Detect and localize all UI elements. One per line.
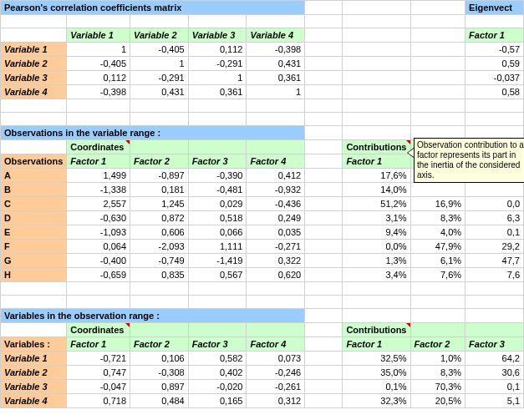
- cell[interactable]: 0,064: [67, 240, 130, 254]
- cell[interactable]: 0,112: [67, 71, 130, 85]
- cell[interactable]: 6,3: [465, 211, 524, 225]
- cell[interactable]: 0,897: [130, 380, 189, 394]
- cell[interactable]: -0,400: [67, 254, 130, 268]
- cell[interactable]: 8,3%: [410, 366, 465, 380]
- cell[interactable]: 1: [130, 57, 189, 71]
- cell[interactable]: 20,5%: [410, 394, 465, 408]
- cell[interactable]: -0,291: [188, 57, 247, 71]
- cell[interactable]: -0,271: [247, 240, 305, 254]
- cell[interactable]: -0,749: [130, 254, 189, 268]
- cell[interactable]: 0,582: [188, 352, 247, 366]
- cell[interactable]: -0,398: [247, 43, 305, 57]
- cell[interactable]: 3,1%: [343, 211, 410, 225]
- cell[interactable]: 7,6%: [410, 268, 465, 282]
- cell[interactable]: [465, 183, 524, 197]
- cell[interactable]: 1,111: [188, 240, 247, 254]
- cell[interactable]: 0,872: [130, 211, 189, 225]
- cell[interactable]: 1: [247, 85, 305, 99]
- cell[interactable]: 47,9%: [410, 240, 465, 254]
- cell[interactable]: 5,1: [465, 394, 524, 408]
- cell[interactable]: 8,3%: [410, 211, 465, 225]
- cell[interactable]: 1: [67, 43, 130, 57]
- cell[interactable]: 0,59: [465, 57, 524, 71]
- cell[interactable]: 0,58: [465, 85, 524, 99]
- cell[interactable]: 0,112: [188, 43, 247, 57]
- cell[interactable]: -1,093: [67, 225, 130, 240]
- cell[interactable]: 0,249: [247, 211, 305, 225]
- cell[interactable]: -0,308: [130, 366, 189, 380]
- cell[interactable]: -0,721: [67, 352, 130, 366]
- cell[interactable]: 29,2: [465, 240, 524, 254]
- cell[interactable]: 70,3%: [410, 380, 465, 394]
- cell[interactable]: 0,412: [247, 169, 305, 183]
- cell[interactable]: 64,2: [465, 352, 524, 366]
- cell[interactable]: 0,431: [130, 85, 189, 99]
- cell[interactable]: -0,405: [130, 43, 189, 57]
- cell[interactable]: 0,106: [130, 352, 189, 366]
- cell[interactable]: 7,6: [465, 268, 524, 282]
- cell[interactable]: 16,9%: [410, 197, 465, 211]
- cell[interactable]: 35,0%: [343, 366, 410, 380]
- cell[interactable]: -0,481: [188, 183, 247, 197]
- cell[interactable]: 0,718: [67, 394, 130, 408]
- cell[interactable]: 1,245: [130, 197, 189, 211]
- cell[interactable]: -0,246: [247, 366, 305, 380]
- cell[interactable]: -0,659: [67, 268, 130, 282]
- cell[interactable]: -1,419: [188, 254, 247, 268]
- cell[interactable]: -0,261: [247, 380, 305, 394]
- cell[interactable]: -0,932: [247, 183, 305, 197]
- cell[interactable]: 0,312: [247, 394, 305, 408]
- cell[interactable]: 3,4%: [343, 268, 410, 282]
- cell[interactable]: 0,066: [188, 225, 247, 240]
- cell[interactable]: -1,338: [67, 183, 130, 197]
- cell[interactable]: -0,390: [188, 169, 247, 183]
- cell[interactable]: -0,291: [130, 71, 189, 85]
- cell[interactable]: 51,2%: [343, 197, 410, 211]
- cell[interactable]: -0,405: [67, 57, 130, 71]
- cell[interactable]: 32,3%: [343, 394, 410, 408]
- cell[interactable]: 0,620: [247, 268, 305, 282]
- cell[interactable]: 0,518: [188, 211, 247, 225]
- cell[interactable]: 0,567: [188, 268, 247, 282]
- cell[interactable]: -0,57: [465, 43, 524, 57]
- cell[interactable]: -2,093: [130, 240, 189, 254]
- cell[interactable]: 2,557: [67, 197, 130, 211]
- cell[interactable]: 1: [188, 71, 247, 85]
- cell[interactable]: 0,073: [247, 352, 305, 366]
- cell[interactable]: 0,402: [188, 366, 247, 380]
- cell[interactable]: 30,6: [465, 366, 524, 380]
- cell[interactable]: 0,0: [465, 197, 524, 211]
- cell[interactable]: 0,1%: [343, 380, 410, 394]
- cell[interactable]: 0,1: [465, 225, 524, 240]
- cell[interactable]: 0,035: [247, 225, 305, 240]
- cell[interactable]: -0,398: [67, 85, 130, 99]
- cell[interactable]: -0,037: [465, 71, 524, 85]
- cell[interactable]: 0,431: [247, 57, 305, 71]
- cell[interactable]: 0,029: [188, 197, 247, 211]
- cell[interactable]: 1,0%: [410, 352, 465, 366]
- cell[interactable]: -0,020: [188, 380, 247, 394]
- cell[interactable]: 1,3%: [343, 254, 410, 268]
- cell[interactable]: -0,630: [67, 211, 130, 225]
- cell[interactable]: 17,6%: [343, 169, 410, 183]
- cell[interactable]: 47,7: [465, 254, 524, 268]
- cell[interactable]: 9,4%: [343, 225, 410, 240]
- cell[interactable]: 0,181: [130, 183, 189, 197]
- cell[interactable]: -0,897: [130, 169, 189, 183]
- cell[interactable]: 0,484: [130, 394, 189, 408]
- cell[interactable]: -0,047: [67, 380, 130, 394]
- cell[interactable]: -0,436: [247, 197, 305, 211]
- cell[interactable]: 14,0%: [343, 183, 410, 197]
- cell[interactable]: 0,165: [188, 394, 247, 408]
- cell[interactable]: 6,1%: [410, 254, 465, 268]
- cell[interactable]: 0,322: [247, 254, 305, 268]
- cell[interactable]: 32,5%: [343, 352, 410, 366]
- cell[interactable]: 0,1: [465, 380, 524, 394]
- cell[interactable]: [410, 183, 465, 197]
- cell[interactable]: 0,835: [130, 268, 189, 282]
- cell[interactable]: 0,606: [130, 225, 189, 240]
- cell[interactable]: 0,0%: [343, 240, 410, 254]
- cell[interactable]: 0,361: [247, 71, 305, 85]
- cell[interactable]: 4,0%: [410, 225, 465, 240]
- cell[interactable]: 0,747: [67, 366, 130, 380]
